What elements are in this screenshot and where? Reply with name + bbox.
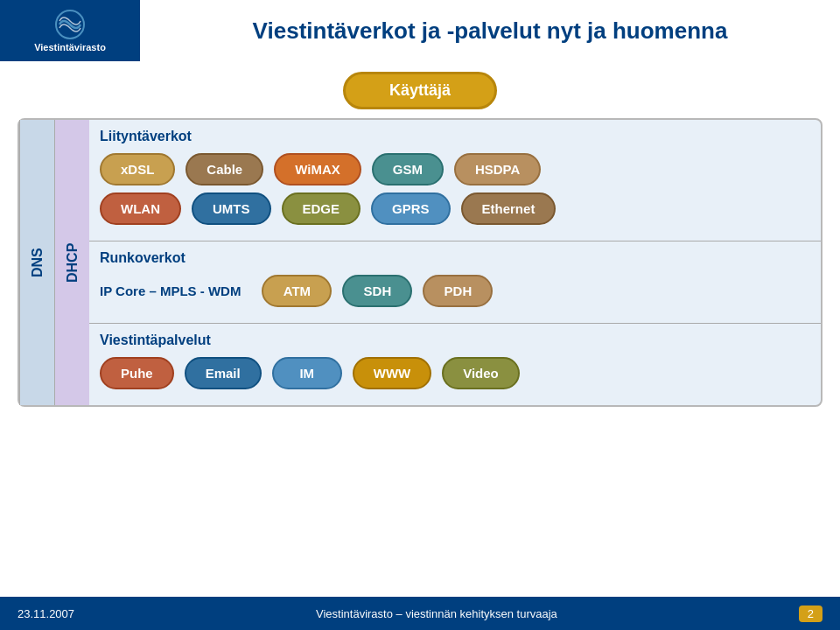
liityntaverkot-row2: WLAN UMTS EDGE GPRS Ethernet xyxy=(100,192,810,225)
sections-container: Liityntäverkot xDSL Cable WiMAX GSM HSDP… xyxy=(89,120,821,405)
page-title: Viestintäverkot ja -palvelut nyt ja huom… xyxy=(140,18,840,45)
footer-date: 23.11.2007 xyxy=(18,607,74,620)
viestintapalvelut-title: Viestintäpalvelut xyxy=(100,332,810,348)
pill-im: IM xyxy=(272,357,342,389)
liityntaverkot-row1: xDSL Cable WiMAX GSM HSDPA xyxy=(100,153,810,186)
vertical-labels: DNS DHCP xyxy=(19,120,89,405)
pill-wlan: WLAN xyxy=(100,192,181,225)
pill-hsdpa: HSDPA xyxy=(454,153,541,186)
pill-sdh: SDH xyxy=(342,275,412,307)
pill-pdh: PDH xyxy=(423,275,493,307)
pill-email: Email xyxy=(185,357,262,389)
ip-core-row: IP Core – MPLS - WDM ATM SDH PDH xyxy=(100,275,810,307)
kayttaja-oval: Käyttäjä xyxy=(343,72,497,109)
logo-container: Viestintävirasto xyxy=(0,0,140,61)
runkoverkot-title: Runkoverkot xyxy=(100,250,810,266)
logo-text: Viestintävirasto xyxy=(34,42,106,52)
dhcp-label: DHCP xyxy=(54,120,89,405)
footer: 23.11.2007 Viestintävirasto – viestinnän… xyxy=(0,597,840,630)
footer-page: 2 xyxy=(799,606,822,622)
pill-ethernet: Ethernet xyxy=(461,192,556,225)
pill-umts: UMTS xyxy=(192,192,271,225)
footer-tagline: Viestintävirasto – viestinnän kehityksen… xyxy=(316,607,557,620)
pill-video: Video xyxy=(442,357,520,389)
main-diagram: DNS DHCP Liityntäverkot xDSL Cable WiMAX… xyxy=(18,118,822,407)
pill-xdsl: xDSL xyxy=(100,153,175,186)
dns-label: DNS xyxy=(19,120,54,405)
pill-cable: Cable xyxy=(186,153,263,186)
kayttaja-row: Käyttäjä xyxy=(0,72,840,109)
header: Viestintävirasto Viestintäverkot ja -pal… xyxy=(0,0,840,61)
pill-atm: ATM xyxy=(262,275,332,307)
pill-www: WWW xyxy=(353,357,431,389)
viestintapalvelut-pills: Puhe Email IM WWW Video xyxy=(100,357,810,389)
runkoverkot-section: Runkoverkot IP Core – MPLS - WDM ATM SDH… xyxy=(89,242,821,324)
ip-core-label: IP Core – MPLS - WDM xyxy=(100,284,241,298)
viestintapalvelut-section: Viestintäpalvelut Puhe Email IM WWW Vide… xyxy=(89,324,821,405)
logo-icon xyxy=(54,9,86,40)
pill-puhe: Puhe xyxy=(100,357,174,389)
pill-edge: EDGE xyxy=(282,192,361,225)
pill-gsm: GSM xyxy=(372,153,444,186)
liityntaverkot-title: Liityntäverkot xyxy=(100,129,810,144)
runkoverkot-pills: ATM SDH PDH xyxy=(262,275,493,307)
liityntaverkot-section: Liityntäverkot xDSL Cable WiMAX GSM HSDP… xyxy=(89,120,821,242)
pill-wimax: WiMAX xyxy=(274,153,361,186)
pill-gprs: GPRS xyxy=(371,192,451,225)
